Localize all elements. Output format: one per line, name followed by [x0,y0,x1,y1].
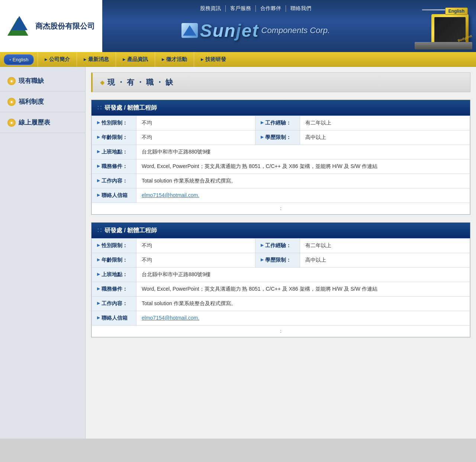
header-chip-area: English BodyUnit [409,0,476,52]
sidebar-item-jobs[interactable]: ● 現有職缺 [0,71,85,91]
nav-top-contact[interactable]: 聯絡我們 [286,5,316,12]
label-cell: 性別限制： [92,239,136,253]
job-card-2-table: 性別限制： 不均 工作經驗： 有二年以上 年齡限制： [91,238,470,337]
label-cell: 上班地點： [92,268,136,282]
sidebar-benefits-icon: ● [7,98,16,106]
title-diamond-icon: ◆ [100,79,104,86]
value-cell: 高中以上 [300,253,470,268]
sidebar-jobs-label: 現有職缺 [19,77,44,85]
label-cell: 職務條件： [92,282,136,297]
nav-top-stock[interactable]: 股務資訊 [196,5,226,12]
value-cell: Total solution 作業系統整合及程式撰寫。 [136,297,470,311]
label-cell: 工作經驗： [255,239,300,253]
job-card-1-icon: ∷ [97,104,102,112]
sidebar-resume-icon: ● [7,119,16,127]
table-row-colon: ： [92,326,470,337]
sidebar-benefits-label: 福利制度 [19,97,44,106]
value-cell: Total solution 作業系統整合及程式撰寫。 [136,174,470,188]
value-cell: 不均 [136,130,255,145]
english-chip-label: English [445,7,468,15]
table-row-colon: ： [92,203,470,214]
english-btn-label: English [13,57,29,62]
label-cell: 聯絡人信箱 [92,188,136,203]
english-button[interactable]: English [4,54,34,65]
value-cell: elmo7154@hotmail.com. [136,311,470,326]
logo-text: 商杰股份有限公司 [35,21,95,31]
label-cell: 學歷限制： [255,130,300,145]
nav-item-tech[interactable]: 技術研發 [194,52,233,67]
job-card-1: ∷ 研發處 / 韌體工程師 性別限制： 不均 工作經驗： 有二年以上 [91,100,470,215]
label-cell: 學歷限制： [255,253,300,268]
brand-sunjet: Sunjet [200,20,259,41]
email-link-2[interactable]: elmo7154@hotmail.com. [142,315,199,321]
nav-item-products[interactable]: 產品資訊 [116,52,155,67]
value-cell: 不均 [136,253,255,268]
value-cell: Word, Excel, PowerPoint；英文具溝通能力 熟 8051，C… [136,282,470,297]
nav-item-recruit[interactable]: 徵才活動 [155,52,194,67]
nav-item-about[interactable]: 公司簡介 [38,52,77,67]
nav-top-partner[interactable]: 合作夥伴 [256,5,286,12]
job-card-2: ∷ 研發處 / 韌體工程師 性別限制： 不均 工作經驗： 有二年以上 [91,222,470,337]
value-cell: 不均 [136,116,255,130]
logo-area: 商杰股份有限公司 [0,0,102,52]
job-card-2-title: 研發處 / 韌體工程師 [104,227,157,235]
value-cell: Word, Excel, PowerPoint；英文具溝通能力 熟 8051，C… [136,159,470,174]
content-area: ◆ 現・有・職・缺 ∷ 研發處 / 韌體工程師 性別限制： 不均 工作經驗： [86,67,476,439]
header-top-nav: 股務資訊 客戶服務 合作夥伴 聯絡我們 [102,3,409,12]
job-card-2-icon: ∷ [97,226,102,235]
value-cell: 不均 [136,239,255,253]
sidebar: ● 現有職缺 ● 福利制度 ● 線上履歷表 [0,67,86,439]
nav-bar: English 公司簡介 最新消息 產品資訊 徵才活動 技術研發 [0,52,476,67]
value-cell: 高中以上 [300,130,470,145]
table-row: 年齡限制： 不均 學歷限制： 高中以上 [92,130,470,145]
brand-area: Sunjet Components Corp. [102,12,409,49]
table-row: 聯絡人信箱 elmo7154@hotmail.com. [92,188,470,203]
value-cell: 有二年以上 [300,116,470,130]
table-row: 聯絡人信箱 elmo7154@hotmail.com. [92,311,470,326]
value-cell: 台北縣中和市中正路880號9樓 [136,268,470,282]
job-card-1-title: 研發處 / 韌體工程師 [104,104,157,112]
sidebar-item-resume[interactable]: ● 線上履歷表 [0,112,85,133]
nav-items: 公司簡介 最新消息 產品資訊 徵才活動 技術研發 [38,52,233,67]
table-row: 上班地點： 台北縣中和市中正路880號9樓 [92,145,470,159]
table-row: 職務條件： Word, Excel, PowerPoint；英文具溝通能力 熟 … [92,282,470,297]
job-card-2-header: ∷ 研發處 / 韌體工程師 [91,223,470,238]
page-title: 現・有・職・缺 [107,77,175,87]
label-cell: 年齡限制： [92,130,136,145]
label-cell: 上班地點： [92,145,136,159]
table-row: 職務條件： Word, Excel, PowerPoint；英文具溝通能力 熟 … [92,159,470,174]
table-row: 性別限制： 不均 工作經驗： 有二年以上 [92,239,470,253]
label-cell: 性別限制： [92,116,136,130]
label-cell: 工作經驗： [255,116,300,130]
sidebar-jobs-icon: ● [7,77,16,85]
main-layout: ● 現有職缺 ● 福利制度 ● 線上履歷表 ◆ 現・有・職・缺 ∷ 研發處 / … [0,67,476,439]
nav-item-news[interactable]: 最新消息 [77,52,116,67]
job-card-1-header: ∷ 研發處 / 韌體工程師 [91,100,470,116]
job-card-1-table: 性別限制： 不均 工作經驗： 有二年以上 年齡限制： [91,116,470,214]
label-cell: 職務條件： [92,159,136,174]
table-row: 工作內容： Total solution 作業系統整合及程式撰寫。 [92,297,470,311]
table-row: 性別限制： 不均 工作經驗： 有二年以上 [92,116,470,130]
page-title-bar: ◆ 現・有・職・缺 [91,72,470,92]
value-cell: 有二年以上 [300,239,470,253]
label-cell: 聯絡人信箱 [92,311,136,326]
table-row: 工作內容： Total solution 作業系統整合及程式撰寫。 [92,174,470,188]
label-cell: 工作內容： [92,174,136,188]
brand-components: Components Corp. [261,26,330,35]
email-link-1[interactable]: elmo7154@hotmail.com. [142,192,199,198]
sidebar-resume-label: 線上履歷表 [19,118,50,127]
header: 商杰股份有限公司 股務資訊 客戶服務 合作夥伴 聯絡我們 Sunjet Comp… [0,0,476,52]
table-row: 年齡限制： 不均 學歷限制： 高中以上 [92,253,470,268]
nav-top-service[interactable]: 客戶服務 [226,5,256,12]
sidebar-item-benefits[interactable]: ● 福利制度 [0,91,85,112]
label-cell: 工作內容： [92,297,136,311]
value-cell: elmo7154@hotmail.com. [136,188,470,203]
value-cell: 台北縣中和市中正路880號9樓 [136,145,470,159]
label-cell: 年齡限制： [92,253,136,268]
table-row: 上班地點： 台北縣中和市中正路880號9樓 [92,268,470,282]
header-center: 股務資訊 客戶服務 合作夥伴 聯絡我們 Sunjet Components Co… [102,0,409,52]
